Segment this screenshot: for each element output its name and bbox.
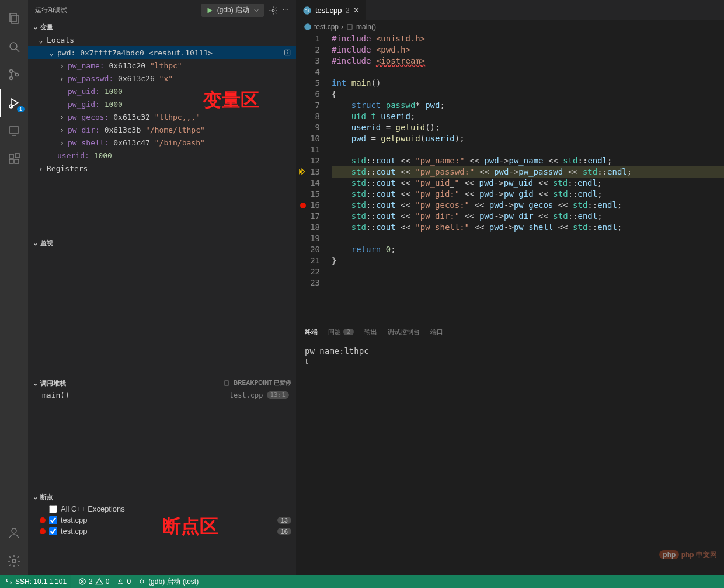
status-errors[interactable]: 2 0 — [78, 577, 109, 586]
side-panel-title: 运行和调试 — [35, 6, 67, 15]
locals-scope[interactable]: ⌄Locals — [28, 33, 296, 46]
svg-rect-40 — [347, 25, 352, 29]
svg-marker-17 — [207, 8, 212, 13]
svg-rect-1 — [12, 15, 18, 23]
run-debug-icon[interactable]: 1 — [0, 89, 28, 117]
bp-all-exceptions[interactable]: All C++ Exceptions — [28, 503, 296, 514]
svg-point-5 — [10, 77, 13, 80]
code-content[interactable]: #include <unistd.h> #include <pwd.h> #in… — [332, 33, 724, 322]
extensions-icon[interactable] — [0, 145, 28, 173]
svg-rect-13 — [15, 159, 19, 163]
bp-item-2[interactable]: test.cpp 16 — [28, 526, 296, 537]
breakpoint-dot-icon — [40, 517, 46, 523]
status-ports[interactable]: 0 — [116, 577, 131, 586]
svg-point-18 — [272, 9, 274, 12]
watch-section-header[interactable]: ⌄ 监视 — [28, 236, 296, 249]
tab-problems[interactable]: 问题2 — [328, 325, 354, 339]
breadcrumb[interactable]: test.cpp › main() — [297, 20, 724, 33]
tab-bar: C+ test.cpp 2 ✕ — [297, 0, 724, 20]
remote-explorer-icon[interactable] — [0, 117, 28, 145]
var-pw-gecos[interactable]: ›pw_gecos: 0x613c32 "lthpc,,," — [28, 110, 296, 123]
bp-item-1[interactable]: test.cpp 13 — [28, 514, 296, 526]
breakpoints-section-header[interactable]: ⌄ 断点 — [28, 490, 296, 503]
breakpoint-dot-icon — [40, 528, 46, 534]
editor-area: C+ test.cpp 2 ✕ 调试区 test.cpp › main() — [297, 0, 724, 575]
svg-line-53 — [143, 582, 144, 583]
explorer-icon[interactable] — [0, 5, 28, 33]
activity-bar: 1 — [0, 0, 28, 575]
svg-point-39 — [304, 23, 311, 30]
tab-test-cpp[interactable]: C+ test.cpp 2 ✕ — [297, 0, 366, 20]
watermark: php php 中文网 — [659, 550, 717, 560]
bp-checkbox[interactable] — [49, 516, 57, 524]
svg-rect-0 — [10, 13, 16, 22]
svg-rect-12 — [9, 159, 13, 163]
svg-text:C+: C+ — [305, 8, 310, 12]
svg-line-52 — [140, 582, 141, 583]
variables-section-header[interactable]: ⌄ 变量 — [28, 20, 296, 33]
panel-tabs: 终端 问题2 输出 调试控制台 端口 — [297, 322, 724, 342]
svg-line-50 — [140, 580, 141, 581]
var-pw-gid[interactable]: pw_gid: 1000 — [28, 98, 296, 110]
svg-rect-11 — [9, 154, 13, 158]
status-debug-config[interactable]: (gdb) 启动 (test) — [138, 577, 199, 587]
svg-rect-9 — [9, 127, 19, 133]
tab-ports[interactable]: 端口 — [430, 325, 443, 339]
registers-scope[interactable]: ›Registers — [28, 162, 296, 175]
settings-icon[interactable] — [269, 6, 278, 15]
tab-output[interactable]: 输出 — [364, 325, 377, 339]
status-bar: SSH: 10.1.1.101 2 0 0 (gdb) 启动 (test) — [0, 575, 724, 588]
chevron-down-icon: ⌄ — [33, 380, 38, 387]
tab-terminal[interactable]: 终端 — [305, 325, 318, 339]
var-pw-passwd[interactable]: ›pw_passwd: 0x613c26 "x" — [28, 72, 296, 85]
svg-line-51 — [143, 580, 144, 581]
svg-point-47 — [120, 580, 122, 582]
search-icon[interactable] — [0, 33, 28, 61]
svg-marker-41 — [299, 169, 302, 174]
tab-debug-console[interactable]: 调试控制台 — [388, 325, 420, 339]
svg-line-3 — [16, 49, 19, 52]
svg-rect-22 — [224, 381, 229, 385]
stack-frame[interactable]: main() test.cpp 13:1 — [28, 389, 296, 401]
var-userid[interactable]: userid: 1000 — [28, 149, 296, 162]
svg-point-4 — [10, 70, 13, 73]
var-pw-shell[interactable]: ›pw_shell: 0x613c47 "/bin/bash" — [28, 136, 296, 149]
var-pw-uid[interactable]: pw_uid: 1000 — [28, 85, 296, 98]
launch-config-select[interactable]: (gdb) 启动 — [201, 4, 264, 17]
chevron-down-icon: ⌄ — [33, 493, 38, 501]
svg-marker-7 — [11, 99, 18, 107]
code-editor[interactable]: 1234 5678 9101112 13 1415 16 171819 2021… — [297, 33, 724, 322]
bp-exceptions-checkbox[interactable] — [49, 505, 57, 513]
terminal-output[interactable]: pw_name:lthpc ▯ — [297, 342, 724, 575]
chevron-down-icon: ⌄ — [33, 23, 38, 31]
svg-marker-46 — [96, 579, 103, 584]
line-gutter: 1234 5678 9101112 13 1415 16 171819 2021… — [297, 33, 332, 322]
bottom-panel: 终端 问题2 输出 调试控制台 端口 pw_name:lthpc ▯ — [297, 322, 724, 575]
side-panel-header: 运行和调试 (gdb) 启动 ⋯ — [28, 0, 296, 20]
svg-point-2 — [10, 43, 17, 50]
source-control-icon[interactable] — [0, 61, 28, 89]
var-pw-name[interactable]: ›pw_name: 0x613c20 "lthpc" — [28, 59, 296, 72]
chevron-down-icon: ⌄ — [33, 239, 38, 247]
bp-checkbox[interactable] — [49, 527, 57, 535]
settings-gear-icon[interactable] — [0, 547, 28, 575]
svg-point-48 — [140, 580, 144, 583]
var-pwd[interactable]: ⌄pwd: 0x7ffff7a4bdc0 <resbuf.10111> — [28, 46, 296, 59]
callstack-section-header[interactable]: ⌄ 调用堆栈 BREAKPOINT 已暂停 — [28, 377, 296, 389]
svg-point-16 — [12, 559, 16, 563]
var-pw-dir[interactable]: ›pw_dir: 0x613c3b "/home/lthpc" — [28, 123, 296, 136]
more-icon[interactable]: ⋯ — [283, 6, 289, 14]
svg-point-15 — [12, 528, 16, 533]
debug-badge: 1 — [17, 106, 25, 112]
info-icon[interactable] — [283, 48, 291, 57]
debug-side-panel: 运行和调试 (gdb) 启动 ⋯ ⌄ 变量 ⌄Loca — [28, 0, 297, 575]
account-icon[interactable] — [0, 519, 28, 547]
svg-rect-14 — [15, 154, 19, 158]
svg-point-21 — [287, 51, 287, 51]
close-icon[interactable]: ✕ — [353, 6, 360, 15]
svg-marker-42 — [302, 169, 305, 174]
status-ssh[interactable]: SSH: 10.1.1.101 — [0, 575, 71, 588]
